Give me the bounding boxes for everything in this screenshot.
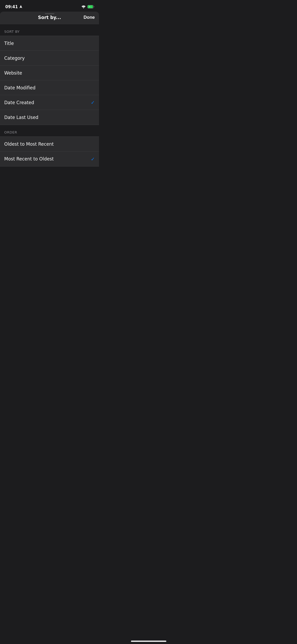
- sort-website-label: Website: [4, 70, 22, 76]
- done-button[interactable]: Done: [84, 15, 95, 20]
- sort-date-created-checkmark: ✓: [91, 100, 95, 105]
- battery-icon: ⚡: [87, 4, 95, 10]
- location-icon: [20, 5, 22, 9]
- sort-category-label: Category: [4, 56, 25, 61]
- status-icons: ⚡: [81, 4, 95, 10]
- sort-date-created-item[interactable]: Date Created ✓: [0, 95, 99, 110]
- sort-by-header: SORT BY: [0, 24, 99, 36]
- time-label: 09:41: [5, 4, 18, 9]
- sort-sheet: Sort by... Done SORT BY Title Category W…: [0, 12, 99, 167]
- order-list: Oldest to Most Recent Most Recent to Old…: [0, 136, 99, 167]
- svg-marker-0: [20, 5, 22, 8]
- sort-category-item[interactable]: Category: [0, 51, 99, 66]
- nav-bar: Sort by... Done: [0, 12, 99, 24]
- sort-date-modified-item[interactable]: Date Modified: [0, 80, 99, 95]
- order-newest-label: Most Recent to Oldest: [4, 156, 54, 162]
- sort-title-item[interactable]: Title: [0, 36, 99, 51]
- order-header: ORDER: [0, 125, 99, 136]
- svg-text:⚡: ⚡: [89, 6, 90, 8]
- wifi-icon: [81, 4, 86, 10]
- sheet-handle: [45, 13, 54, 14]
- sort-title-label: Title: [4, 41, 14, 46]
- order-oldest-item[interactable]: Oldest to Most Recent: [0, 137, 99, 151]
- sort-website-item[interactable]: Website: [0, 66, 99, 80]
- sort-date-last-used-label: Date Last Used: [4, 115, 38, 120]
- nav-title: Sort by...: [38, 15, 61, 20]
- sort-date-created-label: Date Created: [4, 100, 34, 105]
- sort-date-modified-label: Date Modified: [4, 85, 36, 90]
- sheet-content: SORT BY Title Category Website Date Modi…: [0, 24, 99, 167]
- status-time: 09:41: [5, 4, 22, 9]
- order-oldest-label: Oldest to Most Recent: [4, 141, 54, 147]
- sort-date-last-used-item[interactable]: Date Last Used: [0, 110, 99, 125]
- svg-point-1: [83, 8, 84, 8]
- sort-by-list: Title Category Website Date Modified Dat…: [0, 36, 99, 125]
- status-bar: 09:41 ⚡: [0, 0, 99, 12]
- order-newest-item[interactable]: Most Recent to Oldest ✓: [0, 151, 99, 166]
- order-newest-checkmark: ✓: [91, 156, 95, 162]
